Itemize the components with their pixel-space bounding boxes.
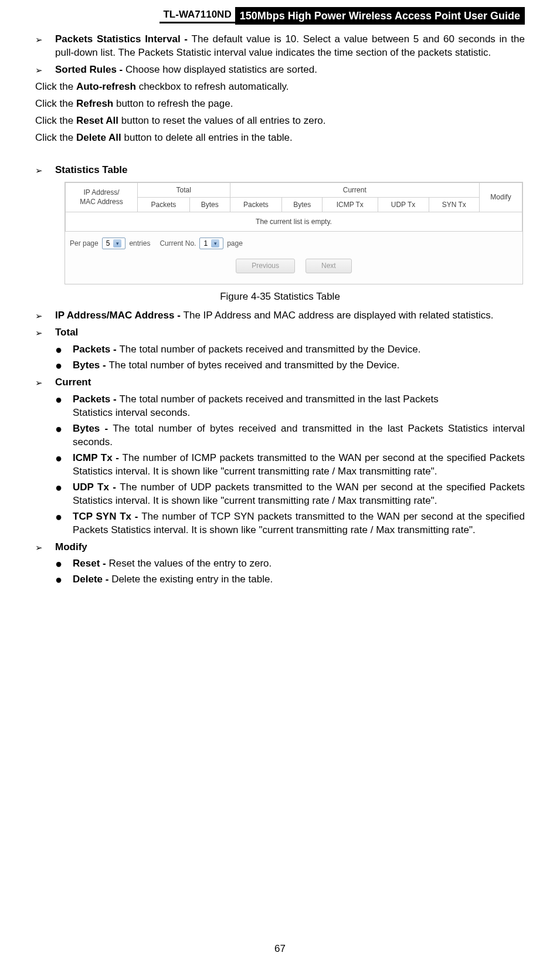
text: Choose how displayed statistics are sort… (125, 64, 317, 75)
item-current-icmp: ● ICMP Tx - The number of ICMP packets t… (55, 452, 525, 479)
col-ip-mac: IP Address/ MAC Address (66, 182, 138, 212)
current-no-select[interactable]: 1 ▾ (199, 238, 223, 249)
col-total: Total (138, 182, 230, 197)
empty-message: The current list is empty. (66, 212, 522, 232)
item-total-packets: ● Packets - The total number of packets … (55, 343, 525, 357)
pager-row: Per page 5 ▾ entries Current No. 1 ▾ pag… (65, 232, 522, 250)
bullet-icon: ● (55, 343, 73, 356)
note-resetall: Click the Reset All button to reset the … (35, 114, 525, 128)
item-ip-mac-address: ➢ IP Address/MAC Address - The IP Addres… (35, 309, 525, 323)
bullet-icon: ● (55, 452, 73, 464)
col-modify: Modify (480, 182, 522, 212)
page-number: 67 (0, 942, 560, 956)
chevron-right-icon: ➢ (35, 326, 55, 339)
per-page-select[interactable]: 5 ▾ (102, 238, 126, 249)
bullet-icon: ● (55, 557, 73, 570)
col-cur-icmp: ICMP Tx (323, 197, 378, 212)
model-label: TL-WA7110ND (159, 8, 235, 23)
per-page-label: Per page (70, 239, 99, 248)
note-refresh: Click the Refresh button to refresh the … (35, 97, 525, 111)
bullet-icon: ● (55, 573, 73, 586)
label: Current (55, 377, 91, 388)
item-total-bytes: ● Bytes - The total number of bytes rece… (55, 359, 525, 372)
next-button[interactable]: Next (306, 259, 352, 273)
item-packets-stats-interval: ➢ Packets Statistics Interval - The defa… (35, 33, 525, 60)
item-current-udp: ● UDP Tx - The number of UDP packets tra… (55, 481, 525, 508)
item-sorted-rules: ➢ Sorted Rules - Choose how displayed st… (35, 63, 525, 77)
bullet-icon: ● (55, 481, 73, 494)
chevron-down-icon: ▾ (113, 239, 121, 247)
item-current-bytes: ● Bytes - The total number of bytes rece… (55, 422, 525, 449)
chevron-right-icon: ➢ (35, 63, 55, 76)
bullet-icon: ● (55, 393, 73, 406)
col-cur-syn: SYN Tx (429, 197, 479, 212)
doc-header: TL-WA7110ND 150Mbps High Power Wireless … (35, 7, 525, 25)
chevron-right-icon: ➢ (35, 309, 55, 322)
label: Sorted Rules - (55, 64, 125, 75)
chevron-right-icon: ➢ (35, 541, 55, 554)
col-cur-udp: UDP Tx (378, 197, 429, 212)
col-total-bytes: Bytes (189, 197, 230, 212)
item-current-packets: ● Packets - The total number of packets … (55, 393, 525, 420)
bullet-icon: ● (55, 510, 73, 523)
text: The IP Address and MAC address are displ… (184, 310, 494, 321)
chevron-right-icon: ➢ (35, 376, 55, 389)
bullet-icon: ● (55, 359, 73, 372)
label: Total (55, 327, 78, 338)
col-cur-bytes: Bytes (282, 197, 323, 212)
label: Packets Statistics Interval - (55, 33, 192, 45)
figure-caption: Figure 4-35 Statistics Table (35, 290, 525, 304)
label: Statistics Table (55, 164, 127, 175)
heading-statistics-table: ➢ Statistics Table (35, 164, 525, 177)
doc-title: 150Mbps High Power Wireless Access Point… (235, 7, 525, 25)
page-label: page (227, 239, 243, 248)
note-autorefresh: Click the Auto-refresh checkbox to refre… (35, 80, 525, 94)
label: IP Address/MAC Address - (55, 310, 184, 321)
col-current: Current (230, 182, 480, 197)
label: Modify (55, 541, 87, 552)
bullet-icon: ● (55, 422, 73, 435)
current-no-label: Current No. (159, 239, 196, 248)
chevron-down-icon: ▾ (211, 239, 219, 247)
chevron-right-icon: ➢ (35, 33, 55, 46)
entries-label: entries (129, 239, 150, 248)
col-cur-packets: Packets (230, 197, 282, 212)
statistics-figure: IP Address/ MAC Address Total Current Mo… (65, 182, 525, 284)
item-current-tcp-syn: ● TCP SYN Tx - The number of TCP SYN pac… (55, 510, 525, 537)
stats-table: IP Address/ MAC Address Total Current Mo… (65, 182, 522, 232)
col-total-packets: Packets (138, 197, 190, 212)
heading-modify: ➢ Modify (35, 541, 525, 554)
heading-current: ➢ Current (35, 376, 525, 389)
item-modify-delete: ● Delete - Delete the existing entry in … (55, 573, 525, 586)
item-modify-reset: ● Reset - Reset the values of the entry … (55, 557, 525, 571)
note-deleteall: Click the Delete All button to delete al… (35, 131, 525, 145)
heading-total: ➢ Total (35, 326, 525, 340)
previous-button[interactable]: Previous (236, 259, 295, 273)
chevron-right-icon: ➢ (35, 164, 55, 177)
